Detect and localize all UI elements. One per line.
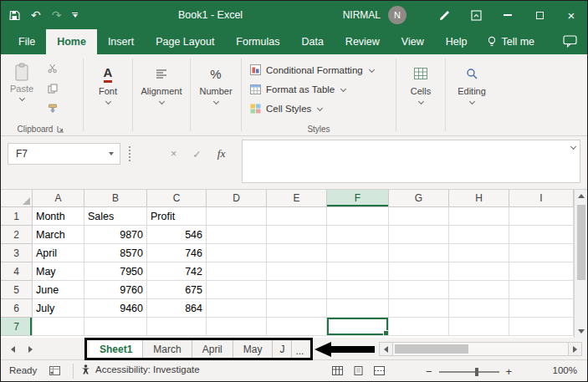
cell-A7[interactable] xyxy=(33,318,84,336)
row-header-6[interactable]: 6 xyxy=(1,299,33,318)
undo-button[interactable]: ↶ xyxy=(31,8,41,22)
maximize-button[interactable] xyxy=(524,1,555,29)
cell-G2[interactable] xyxy=(389,226,449,244)
accessibility-checker-button[interactable]: Accessibility: Investigate xyxy=(81,364,200,374)
previous-sheet-button[interactable] xyxy=(11,346,15,353)
cell-B3[interactable]: 8570 xyxy=(84,244,147,262)
cell-E6[interactable] xyxy=(267,299,327,318)
select-all-corner[interactable] xyxy=(1,190,33,207)
column-header-E[interactable]: E xyxy=(267,190,327,207)
cell-E3[interactable] xyxy=(267,244,327,262)
cell-I3[interactable] xyxy=(509,244,574,262)
user-name[interactable]: NIRMAL xyxy=(343,9,381,21)
cell-F7[interactable] xyxy=(327,318,389,336)
cell-B7[interactable] xyxy=(84,318,147,336)
cell-A4[interactable]: May xyxy=(33,262,84,281)
zoom-slider[interactable] xyxy=(439,371,499,373)
cell-A5[interactable]: June xyxy=(33,281,84,299)
cell-A2[interactable]: March xyxy=(33,226,84,244)
cell-E5[interactable] xyxy=(267,281,327,299)
tab-page-layout[interactable]: Page Layout xyxy=(145,29,225,54)
column-header-D[interactable]: D xyxy=(207,190,267,207)
cancel-button[interactable]: × xyxy=(171,148,176,160)
redo-button[interactable]: ↷ xyxy=(52,8,62,22)
cell-A3[interactable]: April xyxy=(33,244,84,262)
page-layout-view-button[interactable] xyxy=(353,366,364,377)
cell-C3[interactable]: 746 xyxy=(147,244,207,262)
cell-H5[interactable] xyxy=(449,281,509,299)
cell-G5[interactable] xyxy=(389,281,449,299)
column-header-G[interactable]: G xyxy=(389,190,449,207)
cell-D7[interactable] xyxy=(207,318,267,336)
macro-record-button[interactable] xyxy=(49,366,60,377)
cell-styles-button[interactable]: Cell Styles xyxy=(250,99,389,118)
number-group-button[interactable]: % Number xyxy=(192,54,239,135)
editing-group-button[interactable]: Editing xyxy=(447,54,496,135)
avatar[interactable]: N xyxy=(388,6,406,24)
zoom-out-button[interactable]: − xyxy=(426,365,432,378)
cell-F5[interactable] xyxy=(327,281,389,299)
cell-B2[interactable]: 9870 xyxy=(84,226,147,244)
formula-input[interactable] xyxy=(242,140,580,183)
conditional-formatting-button[interactable]: Conditional Formatting xyxy=(250,60,389,79)
expand-formula-bar-icon[interactable] xyxy=(570,144,576,150)
row-header-4[interactable]: 4 xyxy=(1,262,33,281)
cell-G7[interactable] xyxy=(389,318,449,336)
cell-F4[interactable] xyxy=(327,262,389,281)
cells-group-button[interactable]: Cells xyxy=(398,54,443,135)
ribbon-display-options-button[interactable] xyxy=(460,1,492,29)
cell-C4[interactable]: 742 xyxy=(147,262,207,281)
cell-F1[interactable] xyxy=(327,207,389,226)
column-header-C[interactable]: C xyxy=(147,190,207,207)
cell-G1[interactable] xyxy=(389,207,449,226)
enter-button[interactable]: ✓ xyxy=(192,148,201,160)
column-header-B[interactable]: B xyxy=(84,190,147,207)
column-header-H[interactable]: H xyxy=(449,190,509,207)
alignment-group-button[interactable]: Alignment xyxy=(135,54,188,135)
save-button[interactable] xyxy=(9,10,20,21)
cell-H6[interactable] xyxy=(449,299,509,318)
cell-A1[interactable]: Month xyxy=(33,207,84,226)
cell-H4[interactable] xyxy=(449,262,509,281)
cell-F3[interactable] xyxy=(327,244,389,262)
cell-D3[interactable] xyxy=(207,244,267,262)
copy-button[interactable] xyxy=(44,81,61,95)
scroll-down-button[interactable] xyxy=(575,325,587,338)
cell-A6[interactable]: July xyxy=(33,299,84,318)
format-as-table-button[interactable]: Format as Table xyxy=(250,79,389,99)
name-box[interactable]: F7 xyxy=(8,143,120,165)
tab-home[interactable]: Home xyxy=(46,29,97,54)
scroll-left-button[interactable] xyxy=(379,342,393,356)
row-header-7[interactable]: 7 xyxy=(1,318,33,336)
horizontal-scrollbar-track[interactable] xyxy=(393,342,568,356)
cell-D2[interactable] xyxy=(207,226,267,244)
cell-G3[interactable] xyxy=(389,244,449,262)
insert-function-button[interactable]: fx xyxy=(217,147,226,160)
normal-view-button[interactable] xyxy=(332,366,343,377)
cell-I7[interactable] xyxy=(509,318,574,336)
row-header-1[interactable]: 1 xyxy=(1,207,33,226)
cell-D1[interactable] xyxy=(207,207,267,226)
tab-view[interactable]: View xyxy=(391,29,435,54)
cell-E4[interactable] xyxy=(267,262,327,281)
column-header-F[interactable]: F xyxy=(327,190,389,207)
vertical-scrollbar-thumb[interactable] xyxy=(577,205,585,280)
name-box-resize-handle[interactable] xyxy=(129,146,130,161)
tab-insert[interactable]: Insert xyxy=(97,29,145,54)
vertical-scrollbar[interactable] xyxy=(574,190,587,338)
cell-B1[interactable]: Sales xyxy=(84,207,147,226)
zoom-in-button[interactable]: + xyxy=(506,365,513,378)
cut-button[interactable] xyxy=(44,61,61,75)
cell-I1[interactable] xyxy=(509,207,574,226)
cell-E1[interactable] xyxy=(267,207,327,226)
pen-button[interactable] xyxy=(428,1,460,29)
cell-G4[interactable] xyxy=(389,262,449,281)
cell-C7[interactable] xyxy=(147,318,207,336)
format-painter-button[interactable] xyxy=(44,101,61,115)
cell-H3[interactable] xyxy=(449,244,509,262)
cell-E7[interactable] xyxy=(267,318,327,336)
cell-H7[interactable] xyxy=(449,318,509,336)
close-button[interactable]: × xyxy=(555,1,587,29)
cell-I5[interactable] xyxy=(509,281,574,299)
cell-C6[interactable]: 864 xyxy=(147,299,207,318)
